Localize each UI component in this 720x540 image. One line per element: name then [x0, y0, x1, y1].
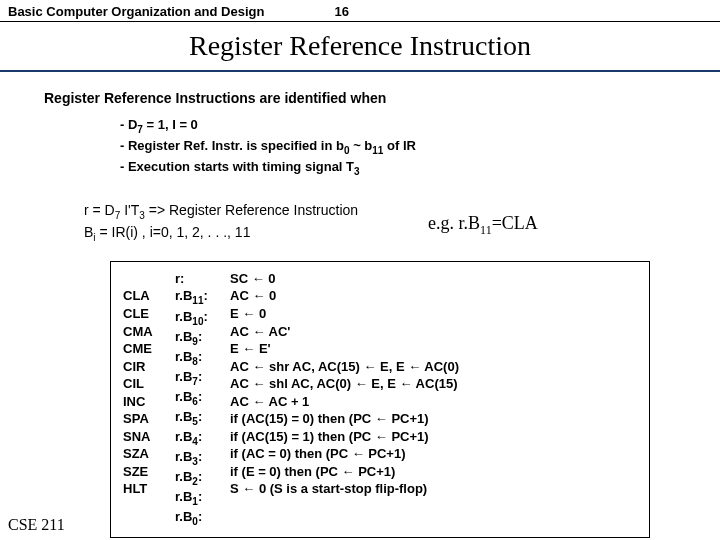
instruction-table: CLA CLE CMA CME CIR CIL INC SPA SNA SZA … [110, 261, 650, 538]
page-title: Register Reference Instruction [0, 30, 720, 62]
condition-column: r: r.B11: r.B10: r.B9: r.B8: r.B7: r.B6:… [175, 270, 230, 529]
bullet-list: - D7 = 1, I = 0 - Register Ref. Instr. i… [0, 116, 720, 193]
bullet-1: - D7 = 1, I = 0 [120, 116, 720, 137]
def-example: e.g. r.B11=CLA [428, 213, 538, 238]
bullet-3: - Execution starts with timing signal T3 [120, 158, 720, 179]
subtitle: Register Reference Instructions are iden… [0, 72, 720, 116]
def-r: r = D7 I'T3 => Register Reference Instru… [84, 201, 358, 223]
def-bi: Bi = IR(i) , i=0, 1, 2, . . ., 11 [84, 223, 358, 245]
section-name: Basic Computer Organization and Design [8, 4, 264, 19]
header-bar: Basic Computer Organization and Design 1… [0, 0, 720, 21]
bullet-2: - Register Ref. Instr. is specified in b… [120, 137, 720, 158]
page-number: 16 [334, 4, 348, 19]
mnemonic-column: CLA CLE CMA CME CIR CIL INC SPA SNA SZA … [123, 270, 175, 529]
def-left: r = D7 I'T3 => Register Reference Instru… [84, 201, 358, 245]
action-column: SC ← 0 AC ← 0 E ← 0 AC ← AC' E ← E' AC ←… [230, 270, 459, 529]
title-bar: Register Reference Instruction [0, 21, 720, 72]
footer-course: CSE 211 [8, 516, 65, 534]
definitions: r = D7 I'T3 => Register Reference Instru… [0, 193, 720, 257]
